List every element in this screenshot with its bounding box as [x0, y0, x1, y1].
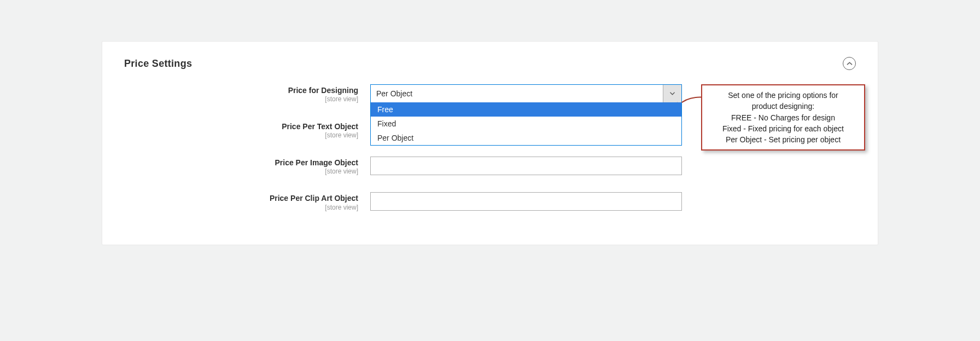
- field-label: Price for Designing: [124, 85, 358, 95]
- field-label: Price Per Clip Art Object: [124, 193, 358, 203]
- field-label: Price Per Text Object: [124, 122, 358, 131]
- chevron-down-icon: [670, 92, 675, 95]
- field-label: Price Per Image Object: [124, 158, 358, 167]
- callout-line: Set one of the pricing options for: [708, 90, 859, 101]
- option-per-object[interactable]: Per Object: [371, 131, 681, 145]
- option-fixed[interactable]: Fixed: [371, 117, 681, 131]
- price-settings-panel: Price Settings Price for Designing [stor…: [102, 41, 878, 245]
- label-col: Price Per Image Object [store view]: [124, 157, 370, 176]
- row-price-for-designing: Price for Designing [store view] Per Obj…: [124, 84, 856, 104]
- price-per-clipart-input[interactable]: [370, 192, 682, 211]
- input-col: [370, 192, 682, 211]
- label-col: Price Per Clip Art Object [store view]: [124, 192, 370, 212]
- label-col: Price Per Text Object [store view]: [124, 120, 370, 140]
- option-free[interactable]: Free: [371, 102, 681, 117]
- select-arrow-button[interactable]: [663, 85, 681, 102]
- panel-header: Price Settings: [102, 53, 878, 84]
- dropdown-list: Free Fixed Per Object: [370, 102, 682, 146]
- section-title: Price Settings: [124, 58, 192, 70]
- collapse-toggle[interactable]: [843, 57, 856, 70]
- scope-label: [store view]: [124, 95, 358, 104]
- chevron-up-icon: [847, 62, 853, 66]
- scope-label: [store view]: [124, 204, 358, 212]
- callout-line: product designing:: [708, 101, 859, 112]
- price-for-designing-select[interactable]: Per Object Free Fixed Per Object: [370, 84, 682, 103]
- input-col: [370, 157, 682, 175]
- input-col: Per Object Free Fixed Per Object: [370, 84, 682, 103]
- select-display[interactable]: Per Object: [370, 84, 682, 103]
- form-rows: Price for Designing [store view] Per Obj…: [102, 84, 878, 212]
- scope-label: [store view]: [124, 167, 358, 176]
- select-value: Per Object: [376, 89, 412, 98]
- label-col: Price for Designing [store view]: [124, 84, 370, 104]
- row-price-per-image: Price Per Image Object [store view]: [124, 157, 856, 176]
- pricing-help-callout: Set one of the pricing options for produ…: [701, 84, 865, 151]
- scope-label: [store view]: [124, 131, 358, 140]
- price-per-image-input[interactable]: [370, 157, 682, 175]
- row-price-per-clipart: Price Per Clip Art Object [store view]: [124, 192, 856, 212]
